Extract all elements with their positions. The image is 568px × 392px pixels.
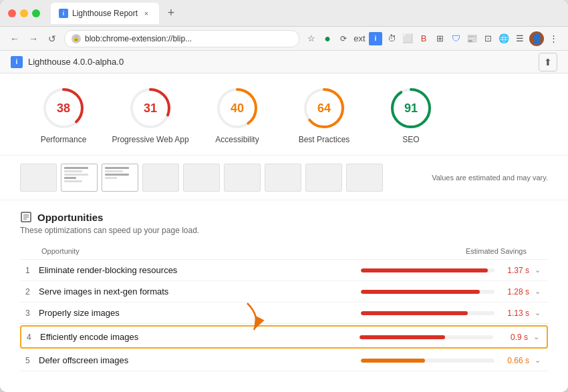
score-label-seo: SEO xyxy=(402,135,419,144)
avatar-icon[interactable]: 👤 xyxy=(529,31,544,46)
opp-row-3[interactable]: 3 Properly size images 1.13 s ⌄ xyxy=(20,303,548,324)
score-value-best-practices: 64 xyxy=(317,102,331,116)
extension-icon-2[interactable]: ext xyxy=(353,32,366,45)
active-tab[interactable]: i Lighthouse Report × xyxy=(51,3,159,24)
close-button[interactable] xyxy=(8,9,16,17)
score-circle-pwa[interactable]: 31 xyxy=(129,87,172,130)
filmstrip-frame-4 xyxy=(142,164,179,192)
opp-bar-3 xyxy=(361,311,468,315)
section-header: Opportunities xyxy=(20,211,548,223)
score-label-best-practices: Best Practices xyxy=(299,135,350,144)
score-circle-seo[interactable]: 91 xyxy=(390,87,432,130)
opp-name-2: Serve images in next-gen formats xyxy=(39,286,356,297)
scores-section: 38 Performance 31 Progressive Web App 40… xyxy=(0,73,568,156)
forward-button[interactable]: → xyxy=(27,32,40,45)
opp-chevron-1[interactable]: ⌄ xyxy=(535,266,543,274)
opp-chevron-2[interactable]: ⌄ xyxy=(535,287,543,296)
estimated-note: Values are estimated and may vary. xyxy=(432,174,548,182)
score-value-pwa: 31 xyxy=(144,102,157,116)
lighthouse-ext-icon[interactable]: ● xyxy=(321,32,334,45)
score-value-seo: 91 xyxy=(404,102,418,116)
share-button[interactable]: ⬆ xyxy=(539,53,557,71)
tab-area: i Lighthouse Report × + xyxy=(51,3,560,24)
opp-num-2: 2 xyxy=(25,287,39,297)
opp-chevron-5[interactable]: ⌄ xyxy=(535,356,543,365)
toolbar-icons: ☆ ● ⟳ ext i ⏱ ⬜ B ⊞ 🛡 📰 ⊡ 🌐 ☰ 👤 ⋮ xyxy=(305,31,560,46)
filmstrip-frame-5 xyxy=(183,164,220,192)
extension-icon-1[interactable]: ⟳ xyxy=(337,32,350,45)
opp-row-5[interactable]: 5 Defer offscreen images 0.66 s ⌄ xyxy=(20,350,548,371)
minimize-button[interactable] xyxy=(20,9,28,17)
score-item-performance: 38 Performance xyxy=(20,87,107,144)
opp-header-opportunity: Opportunity xyxy=(25,247,356,255)
opp-header-savings: Estimated Savings xyxy=(356,247,543,255)
opportunities-title: Opportunities xyxy=(37,212,103,223)
score-label-performance: Performance xyxy=(41,135,87,144)
opportunities-icon xyxy=(20,211,32,223)
extension-icon-7[interactable]: ⊞ xyxy=(433,32,446,45)
menu-button[interactable]: ⋮ xyxy=(547,32,560,45)
opp-bar-container-4 xyxy=(360,335,493,339)
back-button[interactable]: ← xyxy=(8,32,21,45)
score-circle-performance[interactable]: 38 xyxy=(42,87,85,130)
opp-savings-3: 1.13 s xyxy=(500,309,529,318)
opp-bar-1 xyxy=(361,268,488,272)
filmstrip-frame-3 xyxy=(102,164,138,192)
opp-right-3: 1.13 s ⌄ xyxy=(356,309,543,318)
extension-icon-8[interactable]: 🛡 xyxy=(449,32,462,45)
tab-close-button[interactable]: × xyxy=(142,9,151,18)
url-lock-icon: 🔒 xyxy=(72,34,81,43)
opp-right-4: 0.9 s ⌄ xyxy=(354,333,541,342)
opp-row-1[interactable]: 1 Eliminate render-blocking resources 1.… xyxy=(20,260,548,281)
extension-icon-10[interactable]: ⊡ xyxy=(481,32,494,45)
score-circle-accessibility[interactable]: 40 xyxy=(216,87,259,130)
filmstrip-frame-1 xyxy=(20,164,57,192)
new-tab-button[interactable]: + xyxy=(162,4,180,23)
scores-row: 38 Performance 31 Progressive Web App 40… xyxy=(20,87,548,144)
score-label-pwa: Progressive Web App xyxy=(112,135,188,144)
opportunities-section: Opportunities These optimizations can sp… xyxy=(0,200,568,371)
url-text: blob:chrome-extension://blip... xyxy=(85,34,192,43)
opp-bar-container-2 xyxy=(361,290,494,294)
opp-row-4[interactable]: 4 Efficiently encode images 0.9 s ⌄ xyxy=(20,325,548,349)
opp-right-5: 0.66 s ⌄ xyxy=(356,356,543,365)
opportunities-subtitle: These optimizations can speed up your pa… xyxy=(20,226,548,235)
extension-icon-9[interactable]: 📰 xyxy=(465,32,478,45)
score-value-performance: 38 xyxy=(57,102,70,116)
score-item-pwa: 31 Progressive Web App xyxy=(107,87,194,144)
filmstrip-frame-6 xyxy=(224,164,261,192)
refresh-button[interactable]: ↺ xyxy=(45,32,59,45)
score-item-best-practices: 64 Best Practices xyxy=(281,87,368,144)
maximize-button[interactable] xyxy=(32,9,40,17)
opp-bar-container-1 xyxy=(361,268,494,272)
title-bar: i Lighthouse Report × + xyxy=(0,0,568,27)
opp-savings-4: 0.9 s xyxy=(499,333,528,342)
extension-icon-6[interactable]: B xyxy=(417,32,430,45)
opp-bar-4 xyxy=(360,335,445,339)
opp-row-2[interactable]: 2 Serve images in next-gen formats 1.28 … xyxy=(20,281,548,303)
extension-icon-12[interactable]: ☰ xyxy=(513,32,527,45)
extension-icon-3[interactable]: i xyxy=(369,32,382,45)
address-bar: ← → ↺ 🔒 blob:chrome-extension://blip... … xyxy=(0,27,568,51)
url-bar[interactable]: 🔒 blob:chrome-extension://blip... xyxy=(64,30,299,47)
opp-chevron-4[interactable]: ⌄ xyxy=(533,333,541,341)
extension-icon-11[interactable]: 🌐 xyxy=(497,32,511,45)
main-content: 38 Performance 31 Progressive Web App 40… xyxy=(0,73,568,392)
opp-name-3: Properly size images xyxy=(39,308,356,318)
lighthouse-bar: i Lighthouse 4.0.0-alpha.0 ⬆ xyxy=(0,51,568,73)
extension-icon-4[interactable]: ⏱ xyxy=(385,32,398,45)
opportunities-rows: 1 Eliminate render-blocking resources 1.… xyxy=(20,260,548,371)
opp-bar-2 xyxy=(361,290,480,294)
opp-name-4: Efficiently encode images xyxy=(40,332,354,342)
filmstrip-frame-9 xyxy=(346,164,383,192)
filmstrip-frame-7 xyxy=(265,164,301,192)
opp-bar-container-3 xyxy=(361,311,494,315)
bookmark-icon[interactable]: ☆ xyxy=(305,32,318,45)
opportunities-table-header: Opportunity Estimated Savings xyxy=(20,243,548,260)
opp-chevron-3[interactable]: ⌄ xyxy=(535,309,543,317)
score-circle-best-practices[interactable]: 64 xyxy=(303,87,345,130)
opp-savings-1: 1.37 s xyxy=(500,266,529,275)
extension-icon-5[interactable]: ⬜ xyxy=(401,32,414,45)
opp-num-3: 3 xyxy=(25,309,39,318)
opp-bar-container-5 xyxy=(361,359,494,363)
